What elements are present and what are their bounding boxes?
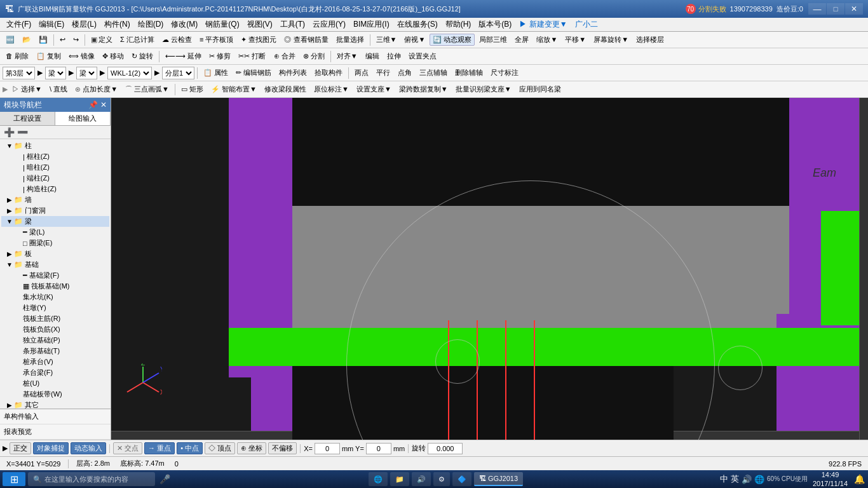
search-bar[interactable]: 🔍 在这里输入你要搜索的内容	[28, 472, 155, 486]
mirror-button[interactable]: ⟺ 镜像	[65, 50, 98, 62]
screen-rotate-button[interactable]: 屏幕旋转▼	[590, 34, 632, 46]
notification-button[interactable]: 🔔	[853, 473, 865, 485]
menu-tools[interactable]: 工具(T)	[276, 18, 309, 31]
merge-button[interactable]: ⊕ 合并	[271, 50, 299, 62]
delete-button[interactable]: 🗑 刷除	[3, 50, 32, 62]
define-button[interactable]: ▣ 定义	[88, 34, 116, 46]
split-button[interactable]: ⊗ 分割	[300, 50, 328, 62]
menu-online[interactable]: 在线服务(S)	[393, 18, 442, 31]
menu-view[interactable]: 视图(V)	[243, 18, 276, 31]
apply-same-beam-button[interactable]: 应用到同名梁	[516, 83, 564, 95]
menu-guangxiao[interactable]: 广小二	[571, 18, 602, 31]
floor-select[interactable]: 第3层	[3, 67, 35, 79]
component-list-button[interactable]: 构件列表	[276, 67, 310, 79]
y-input[interactable]	[366, 443, 391, 454]
single-component-button[interactable]: 单构件输入	[0, 409, 111, 424]
menu-file[interactable]: 文件(F)	[3, 18, 35, 31]
menu-cloud[interactable]: 云应用(Y)	[309, 18, 349, 31]
maximize-button[interactable]: □	[827, 3, 844, 15]
point-length-button[interactable]: ⊙ 点加长度▼	[72, 83, 121, 95]
tree-node-sump[interactable]: 集水坑(K)	[1, 292, 109, 302]
tree-node-doorwin[interactable]: ▶ 📁 门窗洞	[1, 205, 109, 216]
tree-node-col[interactable]: ▼ 📁 柱	[1, 140, 109, 151]
rect-button[interactable]: ▭ 矩形	[178, 83, 207, 95]
minimize-button[interactable]: —	[808, 3, 826, 15]
vertex-button[interactable]: ◇ 顶点	[205, 442, 235, 454]
cloud-check-button[interactable]: ☁ 云检查	[159, 34, 195, 46]
smart-place-button[interactable]: ⚡ 智能布置▼	[208, 83, 260, 95]
copy-button[interactable]: 📋 复制	[33, 50, 64, 62]
summary-calc-button[interactable]: Σ 汇总计算	[117, 34, 158, 46]
menu-bim[interactable]: BIM应用(I)	[349, 18, 393, 31]
align-top-button[interactable]: ≡ 平齐板顶	[196, 34, 236, 46]
3d-button[interactable]: 三维▼	[373, 34, 400, 46]
redo-button[interactable]: ↪	[70, 34, 82, 45]
type-select[interactable]: 梁	[45, 67, 66, 79]
tree-node-endcol[interactable]: | 端柱(Z)	[1, 173, 109, 184]
tray-icon-4[interactable]: 🌐	[754, 475, 764, 484]
dynamic-input-button[interactable]: 动态输入	[71, 442, 106, 454]
tree-node-other[interactable]: ▶ 📁 其它	[1, 400, 109, 409]
tree-node-raft[interactable]: ▦ 筏板基础(M)	[1, 281, 109, 292]
select-floor-button[interactable]: 选择楼层	[633, 34, 667, 46]
tree-node-wall[interactable]: ▶ 📁 墙	[1, 194, 109, 205]
menu-modify[interactable]: 修改(M)	[167, 18, 201, 31]
tree-node-slab[interactable]: ▶ 📁 板	[1, 248, 109, 259]
move-button[interactable]: ✥ 移动	[99, 50, 127, 62]
view-rebar-button[interactable]: ◎ 查看钢筋量	[281, 34, 331, 46]
menu-rebar[interactable]: 钢筋量(Q)	[201, 18, 243, 31]
component-select[interactable]: WKL-1(2)	[107, 67, 152, 79]
rotate-button[interactable]: ↻ 旋转	[128, 50, 156, 62]
menu-floor[interactable]: 楼层(L)	[68, 18, 100, 31]
taskbar-app-2[interactable]: 📁	[390, 472, 409, 486]
local-3d-button[interactable]: 局部三维	[476, 34, 510, 46]
parallel-button[interactable]: 平行	[373, 67, 393, 79]
expand-slab[interactable]: ▶	[5, 250, 14, 257]
expand-beam[interactable]: ▼	[5, 218, 14, 225]
point-angle-button[interactable]: 点角	[395, 67, 415, 79]
tray-icon-3[interactable]: 🔊	[742, 475, 752, 484]
modify-beam-prop-button[interactable]: 修改梁段属性	[261, 83, 309, 95]
in-place-label-button[interactable]: 原位标注▼	[311, 83, 352, 95]
taskbar-app-1[interactable]: 🌐	[369, 472, 388, 486]
tree-node-foundation[interactable]: ▼ 📁 基础	[1, 259, 109, 270]
coord-button[interactable]: ⊕ 坐标	[237, 442, 266, 454]
tree-node-beam[interactable]: ▼ 📁 梁	[1, 216, 109, 227]
tree-node-strip-found[interactable]: 条形基础(T)	[1, 346, 109, 356]
three-arc-button[interactable]: ⌒ 三点画弧▼	[122, 83, 172, 95]
menu-help[interactable]: 帮助(H)	[442, 18, 475, 31]
fullscreen-button[interactable]: 全屏	[512, 34, 532, 46]
pick-component-button[interactable]: 拾取构件	[311, 67, 346, 79]
pan-button[interactable]: 平移▼	[562, 34, 589, 46]
find-element-button[interactable]: ✦ 查找图元	[238, 34, 280, 46]
rotate-input[interactable]	[428, 443, 463, 454]
ortho-button[interactable]: 正交	[10, 442, 31, 454]
beam-span-copy-button[interactable]: 梁跨数据复制▼	[396, 83, 451, 95]
object-snap-button[interactable]: 对象捕捉	[33, 442, 69, 454]
new-button[interactable]: 🆕	[3, 34, 18, 45]
edit-rebar-button2[interactable]: 编辑	[362, 50, 383, 62]
expand-col[interactable]: ▼	[5, 142, 14, 149]
taskbar-app-3[interactable]: 🔊	[412, 472, 431, 486]
panel-close-button[interactable]: ✕	[100, 100, 107, 109]
taskbar-app-active[interactable]: 🏗 GGJ2013	[474, 472, 523, 486]
batch-identify-button[interactable]: 批量识别梁支座▼	[452, 83, 515, 95]
clock[interactable]: 14:49 2017/11/14	[810, 470, 850, 488]
tree-node-found-strip[interactable]: 基础板带(W)	[1, 389, 109, 400]
midpoint-button[interactable]: • 中点	[177, 442, 203, 454]
menu-draw[interactable]: 绘图(D)	[134, 18, 168, 31]
report-preview-button[interactable]: 报表预览	[0, 424, 111, 440]
properties-button[interactable]: 📋 属性	[200, 67, 231, 79]
top-view-button[interactable]: 俯视▼	[401, 34, 428, 46]
taskbar-app-4[interactable]: ⚙	[433, 472, 450, 486]
menu-version[interactable]: 版本号(B)	[475, 18, 515, 31]
expand-wall[interactable]: ▶	[5, 196, 14, 203]
tab-draw-input[interactable]: 绘图输入	[55, 112, 111, 125]
tab-project-settings[interactable]: 工程设置	[0, 112, 55, 125]
dynamic-observe-button[interactable]: 🔄 动态观察	[430, 34, 475, 46]
tree-node-found-beam[interactable]: ━ 基础梁(F)	[1, 270, 109, 281]
menu-component[interactable]: 构件(N)	[100, 18, 134, 31]
dim-label-button[interactable]: 尺寸标注	[487, 67, 522, 79]
line-button[interactable]: \ 直线	[46, 83, 71, 95]
tree-node-framecol[interactable]: | 框柱(Z)	[1, 151, 109, 162]
